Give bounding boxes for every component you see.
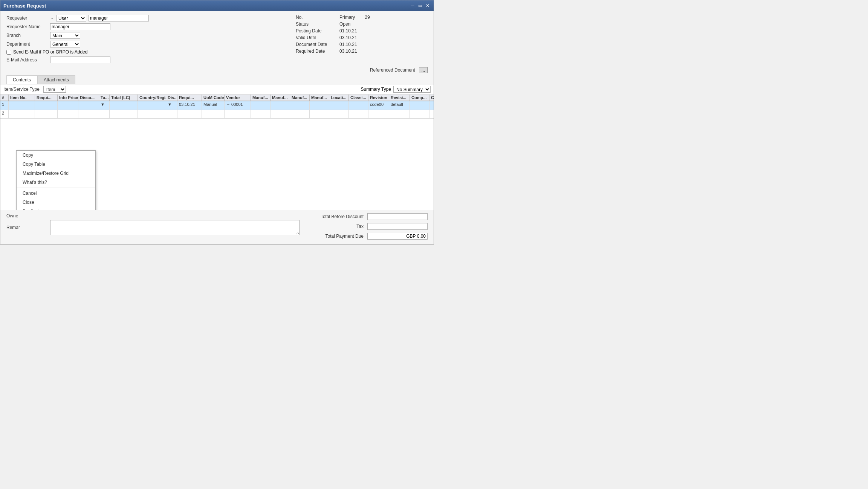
ref-doc-row: Referenced Document ... <box>0 66 434 75</box>
form-section: Requester → User Requester Name Branch M… <box>0 11 434 66</box>
required-date-row: Required Date 03.10.21 <box>296 49 428 54</box>
context-item-whats-this[interactable]: What's this? <box>17 178 95 187</box>
col-header-comp2: Comp... <box>429 95 434 101</box>
row1-num: 1 <box>0 101 9 110</box>
branch-select[interactable]: Main <box>50 32 80 39</box>
col-header-requi: Requi... <box>177 95 202 101</box>
status-row: Status Open <box>296 21 428 27</box>
footer-inner: Owne Remar Total Before Discount Tax <box>6 213 428 241</box>
grid-header: # Item No. Requi... Info Price Disco... … <box>0 95 434 101</box>
summary-area: Summary Type No Summary <box>361 86 431 93</box>
row1-comp2 <box>429 101 434 110</box>
table-row[interactable]: 1 ▼ ▼ 03.10.21 Manual → 00001 code00 <box>0 101 434 110</box>
form-left: Requester → User Requester Name Branch M… <box>6 15 149 63</box>
restore-button[interactable]: ▭ <box>417 3 423 9</box>
context-item-copy-table[interactable]: Copy Table <box>17 160 95 169</box>
requester-row: Requester → User <box>6 15 149 21</box>
row1-classi <box>349 101 368 110</box>
posting-date-row: Posting Date 01.10.21 <box>296 28 428 34</box>
requester-name-row: Requester Name <box>6 23 149 30</box>
tax-label: Tax <box>311 224 364 229</box>
tax-input[interactable] <box>367 223 428 230</box>
grid-area: # Item No. Requi... Info Price Disco... … <box>0 95 434 210</box>
no-type: Primary <box>339 15 355 20</box>
row1-requi: 03.10.21 <box>177 101 202 110</box>
total-payment-due-label: Total Payment Due <box>311 234 364 239</box>
row1-locati <box>329 101 349 110</box>
summary-type-select[interactable]: No Summary <box>393 86 431 93</box>
valid-until-value: 03.10.21 <box>339 35 357 40</box>
branch-label: Branch <box>6 33 48 38</box>
col-header-locati: Locati... <box>329 95 349 101</box>
table-row[interactable]: 2 <box>0 110 434 119</box>
row2-manuf4 <box>310 110 329 118</box>
tab-attachments[interactable]: Attachments <box>37 75 75 84</box>
context-item-close[interactable]: Close <box>17 198 95 207</box>
context-item-copy[interactable]: Copy <box>17 151 95 160</box>
row1-disco <box>78 101 99 110</box>
total-before-discount-label: Total Before Discount <box>311 214 364 219</box>
required-date-value: 03.10.21 <box>339 49 357 54</box>
branch-row: Branch Main <box>6 32 149 39</box>
row2-infoprice <box>58 110 78 118</box>
row2-rev1 <box>368 110 389 118</box>
row2-total <box>110 110 138 118</box>
email-checkbox[interactable] <box>6 50 11 55</box>
context-menu: Copy Copy Table Maximize/Restore Grid Wh… <box>16 150 96 210</box>
row2-num: 2 <box>0 110 9 118</box>
no-row: No. Primary 29 <box>296 15 428 20</box>
department-label: Department <box>6 41 48 47</box>
posting-date-label: Posting Date <box>296 28 337 34</box>
row1-itemno <box>9 101 35 110</box>
form-right: No. Primary 29 Status Open Posting Date … <box>296 15 428 63</box>
col-header-disco: Disco... <box>78 95 99 101</box>
requester-label: Requester <box>6 15 48 21</box>
row2-dis <box>166 110 177 118</box>
requester-input[interactable] <box>89 15 149 21</box>
col-header-total: Total (LC) <box>110 95 138 101</box>
row1-infoprice <box>58 101 78 110</box>
row2-manuf2 <box>270 110 290 118</box>
email-input[interactable] <box>50 57 110 63</box>
department-row: Department General <box>6 41 149 47</box>
status-label: Status <box>296 21 337 27</box>
row1-country <box>138 101 166 110</box>
row2-requi <box>177 110 202 118</box>
row2-country <box>138 110 166 118</box>
total-before-discount-input[interactable] <box>367 213 428 220</box>
no-value: 29 <box>365 15 370 20</box>
title-bar-controls: ─ ▭ ✕ <box>410 3 431 9</box>
content-area: Requester → User Requester Name Branch M… <box>0 11 434 244</box>
col-header-tax: Ta... <box>99 95 110 101</box>
title-bar: Purchase Request ─ ▭ ✕ <box>0 0 434 11</box>
main-window: Purchase Request ─ ▭ ✕ Requester → User … <box>0 0 434 244</box>
minimize-button[interactable]: ─ <box>410 3 416 9</box>
col-header-manuf1: Manuf... <box>251 95 270 101</box>
footer-left: Owne Remar <box>6 213 300 235</box>
requester-type-select[interactable]: User <box>56 15 86 21</box>
context-item-cancel[interactable]: Cancel <box>17 189 95 198</box>
context-item-maximize[interactable]: Maximize/Restore Grid <box>17 169 95 178</box>
tab-contents[interactable]: Contents <box>6 75 37 84</box>
context-item-duplicate[interactable]: Duplicate <box>17 207 95 210</box>
document-date-value: 01.10.21 <box>339 42 357 47</box>
row1-manuf2 <box>270 101 290 110</box>
col-header-rev2: Revisi... <box>389 95 410 101</box>
total-payment-due-input[interactable] <box>367 233 428 240</box>
remarks-input[interactable] <box>50 220 300 235</box>
remarks-label: Remar <box>6 225 48 230</box>
row2-manuf3 <box>290 110 310 118</box>
col-header-infoprice: Info Price <box>58 95 78 101</box>
total-payment-due-row: Total Payment Due <box>311 233 428 240</box>
row2-disco <box>78 110 99 118</box>
document-date-row: Document Date 01.10.21 <box>296 42 428 47</box>
item-service-select[interactable]: Item <box>43 86 66 93</box>
requester-name-input[interactable] <box>50 23 110 30</box>
row2-vendor <box>225 110 251 118</box>
remarks-row: Remar <box>6 220 300 235</box>
department-select[interactable]: General <box>50 41 80 47</box>
grid-toolbar: Item/Service Type Item Summary Type No S… <box>0 84 434 95</box>
row2-comp2 <box>429 110 434 118</box>
ref-doc-button[interactable]: ... <box>419 67 428 73</box>
close-button[interactable]: ✕ <box>425 3 431 9</box>
